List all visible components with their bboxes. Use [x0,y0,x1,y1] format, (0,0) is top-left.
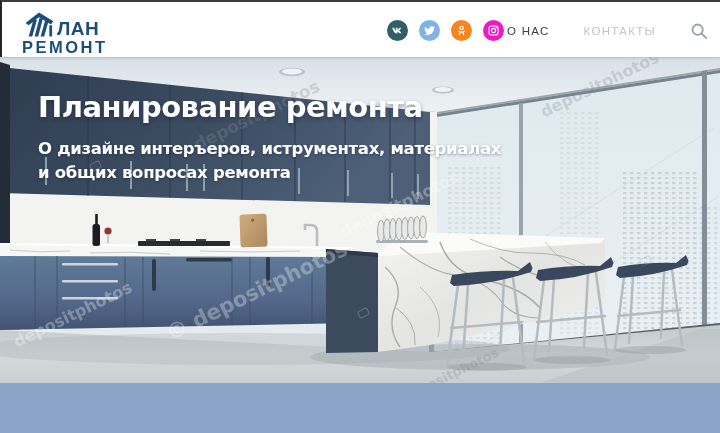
hero-text-block: Планирование ремонта О дизайне интеръеро… [38,90,501,185]
logo-text-line2: РЕМОНТ [22,39,108,56]
wine-bottle [93,224,101,246]
odnoklassniki-icon[interactable] [451,20,472,41]
logo[interactable]: ЛАН РЕМОНТ [22,11,108,56]
nav-contacts-link[interactable]: КОНТАКТЫ [584,25,656,37]
main-nav: О НАС КОНТАКТЫ [507,2,708,59]
site-header: ЛАН РЕМОНТ [0,0,720,57]
hero-subtitle: О дизайне интеръеров, иструментах, матер… [38,137,501,185]
lower-cabinets [0,243,352,330]
wine-glass [104,227,111,234]
hero-banner: depositphotos depositphotos depositphoto… [0,57,720,383]
hero-title: Планирование ремонта [38,90,501,124]
page: ЛАН РЕМОНТ [0,0,720,433]
cutting-board [239,214,267,248]
footer-band [0,383,720,433]
search-icon[interactable] [690,22,708,40]
logo-row: ЛАН [22,11,108,38]
social-links [387,20,504,41]
logo-text-line1: ЛАН [57,19,99,38]
instagram-icon[interactable] [483,20,504,41]
vk-icon[interactable] [387,20,408,41]
nav-about-link[interactable]: О НАС [507,25,550,37]
twitter-icon[interactable] [419,20,440,41]
house-icon [22,11,56,38]
